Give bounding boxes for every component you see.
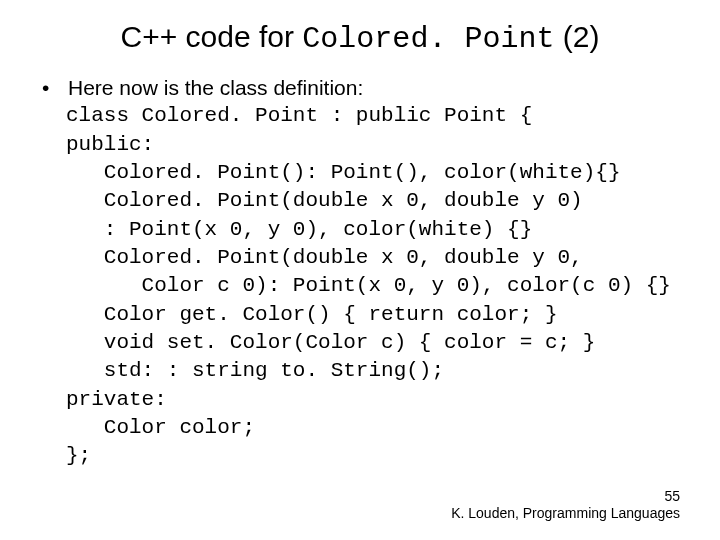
code-line: std: : string to. String(); [66, 359, 444, 382]
code-line: Color color; [66, 416, 255, 439]
slide-body: • Here now is the class definition: clas… [40, 74, 680, 471]
code-line: Colored. Point(double x 0, double y 0, [66, 246, 583, 269]
code-block: class Colored. Point : public Point { pu… [66, 102, 680, 470]
code-line: class Colored. Point : public Point { [66, 104, 532, 127]
code-line: public: [66, 133, 154, 156]
code-line: : Point(x 0, y 0), color(white) {} [66, 218, 532, 241]
code-line: void set. Color(Color c) { color = c; } [66, 331, 595, 354]
bullet-row: • Here now is the class definition: [40, 74, 680, 102]
slide-title: C++ code for Colored. Point (2) [40, 20, 680, 56]
slide-footer: 55 K. Louden, Programming Languages [451, 488, 680, 522]
title-post: (2) [554, 20, 599, 53]
code-line: Color c 0): Point(x 0, y 0), color(c 0) … [66, 274, 671, 297]
code-line: private: [66, 388, 167, 411]
bullet-text: Here now is the class definition: [68, 74, 680, 102]
code-line: }; [66, 444, 91, 467]
page-number: 55 [451, 488, 680, 505]
code-line: Colored. Point(double x 0, double y 0) [66, 189, 583, 212]
title-mono: Colored. Point [302, 22, 554, 56]
code-line: Colored. Point(): Point(), color(white){… [66, 161, 621, 184]
bullet-icon: • [40, 74, 68, 102]
footer-credit: K. Louden, Programming Languages [451, 505, 680, 521]
title-pre: C++ code for [121, 20, 303, 53]
slide: C++ code for Colored. Point (2) • Here n… [0, 0, 720, 540]
code-line: Color get. Color() { return color; } [66, 303, 557, 326]
